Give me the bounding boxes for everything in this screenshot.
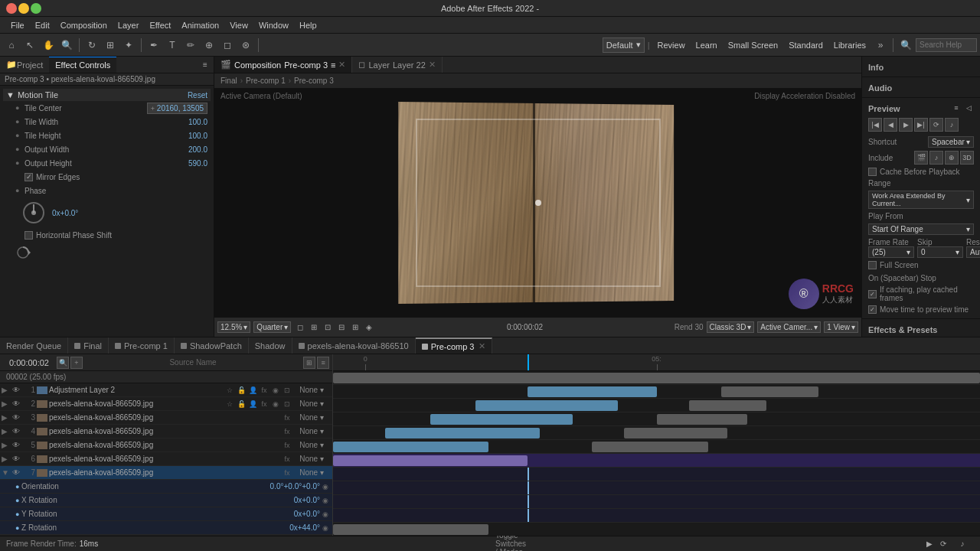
playhead[interactable] bbox=[528, 354, 529, 370]
orientation-icon[interactable]: ◉ bbox=[320, 481, 331, 492]
yrot-icon[interactable]: ◉ bbox=[320, 509, 331, 520]
menu-help[interactable]: Help bbox=[295, 19, 322, 31]
shy-1[interactable]: 👤 bbox=[247, 385, 258, 396]
tab-shadowpatch[interactable]: ShadowPatch bbox=[175, 337, 249, 354]
cache-checkbox[interactable] bbox=[868, 168, 877, 176]
view-dropdown[interactable]: 1 View ▾ bbox=[824, 321, 858, 333]
include-video-btn[interactable]: 🎬 bbox=[914, 151, 928, 165]
reset-button[interactable]: Reset bbox=[188, 91, 207, 99]
start-range-dropdown[interactable]: Start Of Range ▾ bbox=[868, 223, 974, 235]
tab-pexels-866510[interactable]: pexels-alena-koval-866510 bbox=[292, 337, 416, 354]
tile-width-value[interactable]: 100.0 bbox=[188, 118, 207, 126]
menu-file[interactable]: File bbox=[6, 19, 29, 31]
loop-timeline-btn[interactable]: ⟳ bbox=[937, 538, 949, 550]
search-layers-btn[interactable]: 🔍 bbox=[57, 357, 69, 369]
xrot-icon[interactable]: ◉ bbox=[320, 495, 331, 506]
include-overlay-btn[interactable]: ⊕ bbox=[945, 151, 959, 165]
zoom-dropdown[interactable]: 12.5% ▾ bbox=[217, 321, 250, 333]
expand-btn[interactable]: ≡ bbox=[317, 357, 329, 369]
audio-header[interactable]: Audio bbox=[868, 80, 974, 94]
quality-dropdown[interactable]: Quarter ▾ bbox=[253, 321, 291, 333]
lock-1[interactable]: 🔓 bbox=[236, 385, 247, 396]
grid-icon[interactable]: ⊟ bbox=[335, 321, 348, 334]
vis-3[interactable]: 👁 bbox=[11, 412, 21, 423]
audio-btn[interactable]: ♪ bbox=[945, 118, 959, 132]
fx-3[interactable]: fx bbox=[282, 412, 292, 423]
puppet-tool[interactable]: ⊛ bbox=[237, 37, 254, 54]
include-3d-btn[interactable]: 3D bbox=[960, 151, 974, 165]
comp-tab-layer22[interactable]: ◻ Layer Layer 22 ✕ bbox=[352, 57, 442, 73]
close-button[interactable] bbox=[6, 3, 17, 14]
select-tool[interactable]: ↖ bbox=[21, 37, 38, 54]
switches-btn[interactable]: ⊞ bbox=[303, 357, 315, 369]
menu-window[interactable]: Window bbox=[254, 19, 293, 31]
toggle-switches-btn[interactable]: Toggle Switches / Modes bbox=[502, 536, 519, 552]
vis-4[interactable]: 👁 bbox=[11, 426, 21, 437]
menu-animation[interactable]: Animation bbox=[177, 19, 224, 31]
tab-project[interactable]: 📁 Project bbox=[0, 57, 49, 73]
maximize-button[interactable] bbox=[31, 3, 41, 14]
workspace-small-screen[interactable]: Small Screen bbox=[724, 39, 782, 51]
info-header[interactable]: Info bbox=[868, 60, 974, 73]
fx-7[interactable]: fx bbox=[282, 468, 292, 478]
classic-3d-dropdown[interactable]: Classic 3D ▾ bbox=[707, 321, 755, 333]
step-fwd-btn[interactable]: ▶| bbox=[914, 118, 928, 132]
minimize-button[interactable] bbox=[18, 3, 29, 14]
audio-timeline-btn[interactable]: ♪ bbox=[951, 538, 974, 550]
motion-1[interactable]: ◉ bbox=[270, 385, 281, 396]
camera-tool[interactable]: ⊞ bbox=[102, 37, 119, 54]
effect-header-motion-tile[interactable]: ▼ Motion Tile Reset bbox=[3, 89, 211, 101]
fx-2[interactable]: fx bbox=[259, 399, 270, 409]
snap-icon[interactable]: ◈ bbox=[363, 321, 375, 334]
step-back-btn[interactable]: ◀ bbox=[884, 118, 897, 132]
if-caching-checkbox[interactable] bbox=[868, 290, 877, 298]
move-time-checkbox[interactable] bbox=[868, 305, 877, 314]
eraser-tool[interactable]: ◻ bbox=[219, 37, 236, 54]
ruler-icon[interactable]: ⊞ bbox=[349, 321, 361, 334]
shortcut-dropdown[interactable]: Spacebar ▾ bbox=[928, 136, 974, 148]
roi-icon[interactable]: ⊡ bbox=[322, 321, 334, 334]
tab-final[interactable]: Final bbox=[68, 337, 109, 354]
fx-4[interactable]: fx bbox=[282, 426, 292, 437]
workspace-review[interactable]: Review bbox=[653, 39, 690, 51]
window-controls[interactable] bbox=[6, 3, 41, 14]
fx-6[interactable]: fx bbox=[282, 454, 292, 465]
workspace-more[interactable]: » bbox=[872, 37, 889, 54]
tab-effect-controls[interactable]: Effect Controls bbox=[49, 57, 116, 73]
play-stop-btn[interactable]: ▶ bbox=[923, 538, 936, 550]
active-camera-dropdown[interactable]: Active Camer... ▾ bbox=[757, 321, 821, 333]
home-icon[interactable]: ⌂ bbox=[3, 37, 20, 54]
fullscreen-checkbox[interactable] bbox=[868, 261, 877, 269]
phase-dial[interactable] bbox=[21, 201, 46, 225]
tile-height-value[interactable]: 100.0 bbox=[188, 132, 207, 140]
preview-collapse-icon[interactable]: ◁ bbox=[963, 103, 974, 113]
hand-tool[interactable]: ✋ bbox=[40, 37, 57, 54]
search-icon[interactable]: 🔍 bbox=[897, 37, 914, 54]
motion-2[interactable]: ◉ bbox=[270, 399, 281, 409]
lock-2[interactable]: 🔓 bbox=[236, 399, 247, 409]
tab-precomp3[interactable]: Pre-comp 3 ✕ bbox=[416, 337, 493, 354]
breadcrumb-final[interactable]: Final bbox=[220, 77, 237, 85]
resolution-dropdown[interactable]: Auto ▾ bbox=[966, 246, 980, 258]
menu-view[interactable]: View bbox=[225, 19, 253, 31]
solo-2[interactable]: ☆ bbox=[224, 399, 235, 409]
workspace-learn[interactable]: Learn bbox=[691, 39, 722, 51]
vis-7[interactable]: 👁 bbox=[11, 468, 21, 478]
play-btn[interactable]: ▶ bbox=[899, 118, 913, 132]
preview-header[interactable]: Preview bbox=[868, 101, 900, 115]
vis-2[interactable]: 👁 bbox=[11, 399, 21, 409]
phase-value[interactable]: 0x+0.0° bbox=[52, 209, 78, 217]
tab-precomp1[interactable]: Pre-comp 1 bbox=[109, 337, 175, 354]
clone-tool[interactable]: ⊕ bbox=[201, 37, 217, 54]
loop-btn[interactable]: ⟳ bbox=[929, 118, 943, 132]
adj-1[interactable]: ⊡ bbox=[282, 385, 292, 396]
workspace-libraries[interactable]: Libraries bbox=[829, 39, 871, 51]
output-width-value[interactable]: 200.0 bbox=[188, 145, 207, 154]
tile-center-value[interactable]: + 20160, 13505 bbox=[147, 103, 207, 114]
preview-options-icon[interactable]: ≡ bbox=[951, 103, 962, 113]
vis-1[interactable]: 👁 bbox=[11, 385, 21, 396]
menu-layer[interactable]: Layer bbox=[113, 19, 144, 31]
timecode-display[interactable]: 0:00:00:02 bbox=[507, 323, 543, 331]
breadcrumb-precomp1[interactable]: Pre-comp 1 bbox=[246, 77, 286, 85]
zoom-tool[interactable]: 🔍 bbox=[58, 37, 75, 54]
